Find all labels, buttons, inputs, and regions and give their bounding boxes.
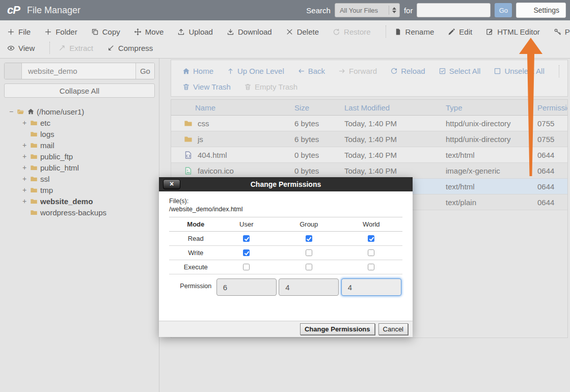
tree-item-tmp[interactable]: +tmp xyxy=(9,184,155,195)
delete-button[interactable]: Delete xyxy=(286,27,319,36)
rename-button[interactable]: Rename xyxy=(394,27,435,36)
restore-label: Restore xyxy=(344,27,371,36)
permissions-button[interactable]: Permissions xyxy=(554,27,570,36)
html-editor-button[interactable]: HTML Editor xyxy=(486,27,540,36)
folder-button[interactable]: Folder xyxy=(44,27,77,36)
compress-button[interactable]: Compress xyxy=(107,44,153,52)
search-input[interactable] xyxy=(417,3,491,17)
write-group-checkbox[interactable] xyxy=(306,249,312,256)
view-trash-button[interactable]: View Trash xyxy=(182,82,231,91)
change-permissions-dialog: × Change Permissions File(s): /website_d… xyxy=(159,177,413,337)
file-code-icon xyxy=(183,151,193,159)
path-input-group: Go xyxy=(4,63,155,79)
perm-row-execute: Execute xyxy=(169,260,402,274)
octal-user-input[interactable] xyxy=(216,278,277,296)
expand-toggle-icon[interactable]: + xyxy=(22,141,30,149)
column-header-name[interactable]: Name xyxy=(171,103,294,112)
tree-item-mail[interactable]: +mail xyxy=(9,139,155,151)
unselect-all-button[interactable]: Unselect All xyxy=(494,67,544,75)
tree-item-label: etc xyxy=(40,119,50,127)
select-all-icon xyxy=(439,67,446,75)
file-icon xyxy=(394,28,402,36)
directory-sidebar: Go Collapse All −(/home/user1)+etclogs+m… xyxy=(0,59,159,392)
file-row-css[interactable]: css6 bytesToday, 1:40 PMhttpd/unix-direc… xyxy=(171,116,567,131)
settings-label: Settings xyxy=(533,6,559,14)
trash-icon xyxy=(182,83,190,91)
tree-item-etc[interactable]: +etc xyxy=(9,117,155,128)
file-nav-panel: HomeUp One LevelBackForwardReloadSelect … xyxy=(171,60,568,97)
rename-label: Rename xyxy=(405,27,435,36)
octal-group-input[interactable] xyxy=(279,278,339,296)
settings-button[interactable]: Settings xyxy=(516,3,566,18)
view-button[interactable]: View xyxy=(7,44,35,52)
file-row-404-html[interactable]: 404.html0 bytesToday, 1:40 PMtext/html06… xyxy=(171,147,567,163)
move-button[interactable]: Move xyxy=(134,27,164,36)
upload-button[interactable]: Upload xyxy=(177,27,213,36)
read-group-checkbox[interactable] xyxy=(306,235,312,242)
close-icon[interactable]: × xyxy=(163,179,180,189)
expand-toggle-icon[interactable]: + xyxy=(22,119,30,127)
octal-permission-row: Permission xyxy=(169,274,402,299)
download-icon xyxy=(227,28,234,36)
reload-button[interactable]: Reload xyxy=(390,67,425,75)
file-row-favicon-ico[interactable]: favicon.ico0 bytesToday, 1:40 PMimage/x-… xyxy=(171,163,567,179)
nav-row-1: HomeUp One LevelBackForwardReloadSelect … xyxy=(182,63,567,79)
expand-toggle-icon[interactable]: + xyxy=(22,175,30,183)
tree-item-ssl[interactable]: +ssl xyxy=(9,173,155,184)
column-header-permissions[interactable]: Permissions xyxy=(537,103,568,112)
tree-item-home-user1[interactable]: −(/home/user1) xyxy=(9,106,155,117)
column-header-last-modified[interactable]: Last Modified xyxy=(344,103,446,112)
home-shortcut-button[interactable] xyxy=(5,63,22,79)
execute-group-checkbox[interactable] xyxy=(306,264,312,270)
cancel-button[interactable]: Cancel xyxy=(378,323,408,335)
expand-toggle-icon[interactable]: + xyxy=(22,197,30,205)
up-one-level-button[interactable]: Up One Level xyxy=(227,67,284,75)
execute-world-checkbox[interactable] xyxy=(368,264,374,270)
tree-item-label: wordpress-backups xyxy=(40,208,106,217)
change-permissions-button[interactable]: Change Permissions xyxy=(300,323,375,335)
perm-cell xyxy=(340,235,402,242)
back-button[interactable]: Back xyxy=(297,67,325,75)
select-all-button[interactable]: Select All xyxy=(439,67,481,75)
search-go-button[interactable]: Go xyxy=(495,3,512,17)
tree-item-public-html[interactable]: +public_html xyxy=(9,162,155,173)
tree-item-wordpress-backups[interactable]: wordpress-backups xyxy=(9,207,155,218)
file-button[interactable]: File xyxy=(7,27,31,36)
search-scope-value: All Your Files xyxy=(340,7,378,14)
edit-button[interactable]: Edit xyxy=(448,27,472,36)
home-button[interactable]: Home xyxy=(182,67,213,75)
path-go-button[interactable]: Go xyxy=(135,63,154,79)
toolbar-row-1: FileFolderCopyMoveUploadDownloadDeleteRe… xyxy=(7,23,570,40)
octal-world-input[interactable] xyxy=(341,278,401,296)
toolbar-row-2: ViewExtractCompress xyxy=(7,40,570,56)
collapse-all-button[interactable]: Collapse All xyxy=(4,83,155,98)
expand-toggle-icon[interactable]: + xyxy=(22,163,30,172)
read-world-checkbox[interactable] xyxy=(368,235,374,242)
folder-icon xyxy=(30,186,38,194)
search-scope-select[interactable]: All Your Files xyxy=(335,3,400,17)
download-button[interactable]: Download xyxy=(227,27,272,36)
expand-toggle-icon[interactable]: + xyxy=(22,186,30,194)
column-header-type[interactable]: Type xyxy=(446,103,537,112)
file-size: 6 bytes xyxy=(294,135,344,144)
write-world-checkbox[interactable] xyxy=(368,249,374,256)
page-title: File Manager xyxy=(27,5,80,16)
execute-user-checkbox[interactable] xyxy=(243,264,250,270)
tree-item-logs[interactable]: logs xyxy=(9,128,155,139)
collapse-toggle-icon[interactable]: − xyxy=(9,107,16,116)
read-user-checkbox[interactable] xyxy=(243,235,250,242)
file-type: httpd/unix-directory xyxy=(446,119,537,128)
file-row-js[interactable]: js6 bytesToday, 1:40 PMhttpd/unix-direct… xyxy=(171,131,567,147)
search-label: Search xyxy=(306,6,331,15)
column-header-size[interactable]: Size xyxy=(294,103,344,112)
tree-item-public-ftp[interactable]: +public_ftp xyxy=(9,151,155,162)
copy-button[interactable]: Copy xyxy=(91,27,120,36)
tree-item-website-demo[interactable]: +website_demo xyxy=(9,195,155,207)
expand-toggle-icon[interactable]: + xyxy=(22,152,30,160)
write-user-checkbox[interactable] xyxy=(243,249,250,256)
folder-icon xyxy=(30,153,38,160)
plus-icon xyxy=(44,28,52,36)
folder-icon xyxy=(30,164,38,172)
path-input[interactable] xyxy=(22,63,135,79)
download-label: Download xyxy=(238,27,272,36)
